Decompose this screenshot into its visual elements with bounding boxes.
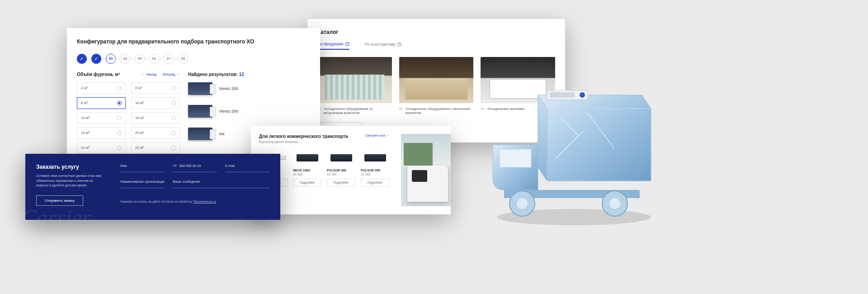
name-field[interactable]: Имя xyxy=(120,164,165,172)
commercial-subtitle: Внутригородская развозка xyxy=(259,140,348,143)
details-button[interactable]: Подробнее xyxy=(361,179,389,186)
volume-option[interactable]: 10 м³ xyxy=(131,97,180,109)
order-description: Оставьте свои контактные данные и мы вам… xyxy=(36,174,104,188)
order-panel: Carrier Заказать услугу Оставьте свои ко… xyxy=(25,154,280,220)
option-label: 8 м³ xyxy=(81,101,88,105)
svg-point-2 xyxy=(509,191,535,216)
tab-by-construction-label: По конструктиву xyxy=(365,42,396,47)
see-all-link[interactable]: Смотреть все → xyxy=(365,134,389,137)
phone-prefix: +7 xyxy=(173,164,177,168)
result-item[interactable]: Viento 200 xyxy=(188,82,310,95)
radio-icon xyxy=(171,146,176,150)
result-name: Viento 200 xyxy=(219,86,238,91)
radio-icon xyxy=(171,116,176,120)
catalog-index: 03 xyxy=(481,107,484,111)
step-02[interactable] xyxy=(91,54,101,64)
send-button[interactable]: Отправить заявку xyxy=(36,195,83,206)
product-name: PULSOR 350 xyxy=(361,169,389,172)
product-name: NEOS 100S xyxy=(293,169,321,172)
svg-point-3 xyxy=(517,198,528,209)
step-01[interactable] xyxy=(77,54,87,64)
tab-by-product-label: По продукции xyxy=(317,42,344,46)
phone-placeholder: 000 000 00 00 xyxy=(179,164,201,168)
tab-by-product[interactable]: По продукции ? xyxy=(317,42,349,50)
svg-point-5 xyxy=(609,198,620,209)
product-price: 15 350 xyxy=(293,173,321,176)
product-price: 15 350 xyxy=(361,173,389,176)
radio-icon xyxy=(171,86,176,90)
consent-pre: Нажимая на кнопку, вы даёте согласие на … xyxy=(120,200,193,203)
volume-option[interactable]: 12 м³ xyxy=(77,112,126,124)
result-thumb xyxy=(188,128,212,140)
volume-options: 2 м³ 8 м³ 12 м³ 18 м³ 21 м³ 6 м³ 10 м³ 1… xyxy=(77,82,180,154)
option-label: 21 м³ xyxy=(81,146,90,150)
catalog-caption-text: Холодильное оборудование с выносным агре… xyxy=(406,107,473,115)
consent-link[interactable]: Персональных д xyxy=(193,200,216,203)
result-name: Vie xyxy=(219,132,225,136)
result-item[interactable]: Viento 200 xyxy=(188,105,310,118)
tab-by-construction[interactable]: По конструктиву ? xyxy=(365,42,401,50)
svg-rect-1 xyxy=(504,190,640,198)
results-label: Найдено результатов: xyxy=(188,72,238,77)
catalog-thumb xyxy=(399,57,474,103)
step-05[interactable]: 05 xyxy=(135,54,145,64)
volume-option[interactable]: 8 м³ xyxy=(77,97,126,109)
product-image xyxy=(361,152,389,164)
commercial-panel: Для легкого коммерческого транспорта Вну… xyxy=(251,126,451,214)
catalog-index: 02 xyxy=(399,107,403,115)
catalog-grid: 01 Холодильное оборудование со встроенны… xyxy=(317,57,555,115)
catalog-card[interactable]: 03 Холодильные прилавки xyxy=(481,57,555,115)
volume-option[interactable]: 16 м³ xyxy=(131,112,180,124)
product-card[interactable]: PULSOR 350 15 350 Подробнее xyxy=(361,152,389,186)
volume-label: Объём фургона, м³ xyxy=(77,72,120,77)
catalog-caption-text: Холодильное оборудование со встроенным а… xyxy=(324,107,392,115)
volume-option[interactable]: 20 м³ xyxy=(131,127,180,139)
catalog-tabs: По продукции ? По конструктиву ? xyxy=(317,42,555,50)
results-title: Найдено результатов: 12 xyxy=(188,72,310,77)
next-button[interactable]: Вперёд → xyxy=(163,72,180,76)
radio-icon xyxy=(117,101,122,105)
option-label: 6 м³ xyxy=(135,86,142,90)
step-08[interactable]: 08 xyxy=(178,54,188,64)
prev-button[interactable]: ← Назад xyxy=(142,72,156,76)
step-07[interactable]: 07 xyxy=(164,54,174,64)
option-label: 20 м³ xyxy=(135,131,144,135)
catalog-caption: 01 Холодильное оборудование со встроенны… xyxy=(317,107,392,115)
step-03[interactable]: 03 xyxy=(106,54,116,64)
option-label: 10 м³ xyxy=(135,101,144,105)
option-label: 22 м³ xyxy=(135,146,144,150)
svg-point-0 xyxy=(497,209,651,225)
radio-icon xyxy=(171,131,176,135)
results-count: 12 xyxy=(239,72,244,77)
info-icon: ? xyxy=(397,43,401,47)
volume-option[interactable]: 18 м³ xyxy=(77,127,126,139)
result-name: Viento 200 xyxy=(219,109,238,114)
details-button[interactable]: Подробнее xyxy=(327,179,355,186)
org-field[interactable]: Наименование организации xyxy=(120,180,165,188)
product-name: PULSOR 300 xyxy=(327,169,355,172)
email-field[interactable]: E-mail xyxy=(225,164,269,172)
message-field[interactable]: Ваше сообщение xyxy=(173,180,269,188)
commercial-photo xyxy=(401,134,451,206)
catalog-card[interactable]: 02 Холодильное оборудование с выносным а… xyxy=(399,57,474,115)
consent-text: Нажимая на кнопку, вы даёте согласие на … xyxy=(120,200,269,205)
phone-field[interactable]: +7 000 000 00 00 xyxy=(173,164,217,172)
radio-icon xyxy=(117,116,122,120)
volume-option[interactable]: 22 м³ xyxy=(131,142,180,154)
volume-option[interactable]: 6 м³ xyxy=(131,82,180,94)
brand-watermark: Carrier xyxy=(25,205,91,220)
volume-option[interactable]: 2 м³ xyxy=(77,82,126,94)
configurator-title: Конфигуратор для предварительного подбор… xyxy=(77,38,310,46)
result-thumb xyxy=(188,82,212,95)
svg-point-8 xyxy=(580,92,585,98)
details-button[interactable]: Подробнее xyxy=(293,179,321,186)
product-image xyxy=(293,152,321,164)
product-card[interactable]: NEOS 100S 15 350 Подробнее xyxy=(293,152,321,186)
step-04[interactable]: 04 xyxy=(120,54,130,64)
option-label: 12 м³ xyxy=(81,116,90,120)
option-label: 2 м³ xyxy=(81,86,88,90)
catalog-card[interactable]: 01 Холодильное оборудование со встроенны… xyxy=(317,57,392,115)
step-06[interactable]: 06 xyxy=(149,54,159,64)
product-card[interactable]: PULSOR 300 15 350 Подробнее xyxy=(327,152,355,186)
volume-option[interactable]: 21 м³ xyxy=(77,142,126,154)
